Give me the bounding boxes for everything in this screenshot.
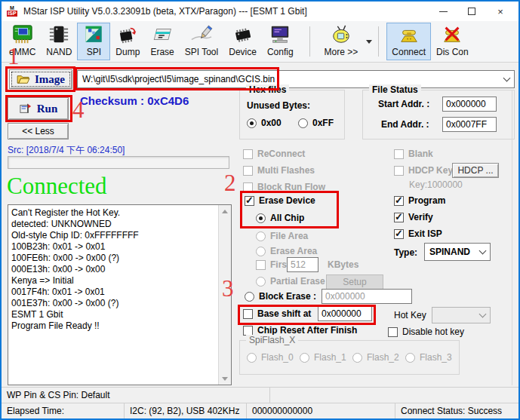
checkbox-disable-hot-key[interactable]: Disable hot key xyxy=(388,326,464,337)
checkbox-block-run-flow[interactable]: Block Run Flow xyxy=(243,182,325,192)
checkbox-erase-device[interactable]: Erase Device xyxy=(245,195,315,206)
spiflash-title: SpiFlash_X xyxy=(246,335,298,345)
base-shift-field[interactable]: 0x000000 xyxy=(318,306,372,321)
checkbox-base-shift[interactable]: Base shift at xyxy=(243,308,311,319)
kbytes-label-row: KBytes xyxy=(328,259,358,270)
tool-discon[interactable]: Dis Con xyxy=(431,23,474,60)
tool-spi-label: SPI xyxy=(87,47,101,57)
hdcp-button[interactable]: HDCP ... xyxy=(452,163,499,178)
tool-config[interactable]: Config xyxy=(262,23,299,60)
end-addr-value: 0x0007FF xyxy=(446,119,487,130)
flash-1-label: Flash_1 xyxy=(314,352,346,363)
end-addr-label: End Addr. : xyxy=(381,119,429,130)
i2c-status: I2C: (92, B2), USB 402KHz xyxy=(125,403,247,418)
radio-erase-area[interactable]: Erase Area xyxy=(256,246,317,256)
log-output[interactable]: Can't Register the Hot Key. detected: UN… xyxy=(8,204,232,385)
checkbox-first[interactable]: First xyxy=(256,259,290,270)
disable-hot-key-label: Disable hot key xyxy=(402,326,464,337)
type-dropdown[interactable]: SPINAND xyxy=(424,243,491,261)
main-panel: Image W:\git\I5\sdk\project\I5\image_spi… xyxy=(2,63,518,387)
tool-emmc[interactable]: eMMC xyxy=(4,23,41,60)
end-addr-field[interactable]: 0x0007FF xyxy=(442,117,497,132)
radio-icon xyxy=(298,118,308,128)
image-button[interactable]: Image xyxy=(9,69,72,89)
setup-button[interactable]: Setup xyxy=(326,274,383,290)
checkbox-program[interactable]: Program xyxy=(394,195,445,206)
tool-spi[interactable]: SPI xyxy=(77,23,110,60)
radio-icon xyxy=(300,353,309,363)
wp-cs-pin-status: WP Pin & CS Pin: Default xyxy=(2,388,270,403)
more-dropdown-button[interactable] xyxy=(363,23,375,60)
chip-reset-label: Chip Reset After Finish xyxy=(257,325,357,336)
start-addr-label: Start Addr. : xyxy=(378,99,429,109)
block-erase-field[interactable]: 0x000000 xyxy=(322,289,412,304)
tool-erase[interactable]: Erase xyxy=(145,23,179,60)
radio-0x00[interactable]: 0x00 xyxy=(247,118,282,128)
radio-flash-0[interactable]: Flash_0 xyxy=(247,352,294,363)
checkbox-chip-reset[interactable]: Chip Reset After Finish xyxy=(243,325,357,336)
maximize-button[interactable] xyxy=(457,2,486,20)
checkbox-multi-flashes[interactable]: Multi Flashes xyxy=(243,165,315,176)
checkbox-icon xyxy=(394,196,404,206)
log-line: 001E37h: 0x00 -> 0x00 (?) xyxy=(11,298,215,309)
erase-area-label: Erase Area xyxy=(270,246,317,256)
radio-icon xyxy=(405,353,415,363)
hot-key-label: Hot Key xyxy=(394,310,426,320)
tool-connect-label: Connect xyxy=(392,47,426,57)
radio-flash-1[interactable]: Flash_1 xyxy=(300,352,346,363)
log-line: Old-style Chip ID: 0xFFFFFFFF xyxy=(11,230,215,241)
run-button[interactable]: Run xyxy=(8,97,69,120)
less-button[interactable]: << Less xyxy=(8,123,69,139)
image-path-combobox[interactable]: W:\git\I5\sdk\project\I5\image_spinand\G… xyxy=(77,70,515,88)
radio-icon xyxy=(256,213,266,223)
log-line: 0017F4h: 0x01 -> 0x01 xyxy=(11,287,215,298)
tool-spi-tool-label: SPI Tool xyxy=(185,47,218,57)
type-label-row: Type: xyxy=(394,247,417,258)
checkbox-icon xyxy=(243,149,253,159)
progress-bar xyxy=(8,156,229,169)
tool-dump[interactable]: Dump xyxy=(110,23,145,60)
radio-icon xyxy=(247,353,257,363)
radio-icon xyxy=(247,118,257,128)
checkbox-icon xyxy=(394,166,404,176)
scroll-down-button[interactable] xyxy=(219,372,232,385)
hot-key-dropdown[interactable] xyxy=(432,307,491,323)
radio-block-erase[interactable]: Block Erase : xyxy=(245,291,316,302)
hdcp-key-value: Key:1000000 xyxy=(409,179,463,190)
checkbox-blank[interactable]: Blank xyxy=(394,149,433,159)
checkbox-icon xyxy=(394,149,404,159)
first-kbytes-value: 512 xyxy=(291,259,306,270)
start-addr-field[interactable]: 0x000000 xyxy=(442,97,497,112)
radio-all-chip[interactable]: All Chip xyxy=(256,213,304,223)
scroll-up-button[interactable] xyxy=(219,205,232,217)
radio-flash-3[interactable]: Flash_3 xyxy=(405,352,452,363)
maximize-icon xyxy=(468,8,475,15)
panel-divider xyxy=(512,90,512,385)
tool-device[interactable]: Device xyxy=(223,23,262,60)
radio-partial-erase[interactable]: Partial Erase xyxy=(256,276,325,287)
checkbox-reconnect[interactable]: ReConnect xyxy=(243,149,305,159)
close-button[interactable]: × xyxy=(486,2,515,20)
tool-connect[interactable]: Connect xyxy=(386,23,431,60)
hex-files-title: Hex files xyxy=(246,84,289,95)
run-icon xyxy=(19,103,32,115)
checkbox-hdcp-key[interactable]: HDCP Key xyxy=(394,165,453,176)
tool-nand[interactable]: NAND xyxy=(41,23,77,60)
radio-flash-2[interactable]: Flash_2 xyxy=(352,352,399,363)
toolbar-separator xyxy=(309,26,310,57)
tool-more[interactable]: More >> xyxy=(319,23,364,60)
log-line: ESMT 1 Gbit xyxy=(11,309,215,320)
log-line: 100B23h: 0x01 -> 0x01 xyxy=(11,241,215,253)
checkbox-exit-isp[interactable]: Exit ISP xyxy=(394,228,442,239)
radio-file-area[interactable]: File Area xyxy=(256,231,308,241)
image-path-value: W:\git\I5\sdk\project\I5\image_spinand\G… xyxy=(82,74,504,84)
close-icon: × xyxy=(497,6,503,17)
minimize-button[interactable] xyxy=(429,2,457,20)
radio-0xff[interactable]: 0xFF xyxy=(298,118,334,128)
checkbox-verify[interactable]: Verify xyxy=(394,212,433,222)
tool-spi-tool[interactable]: SPI Tool xyxy=(180,23,223,60)
first-kbytes-field[interactable]: 512 xyxy=(287,257,318,272)
log-lines: Can't Register the Hot Key. detected: UN… xyxy=(8,205,218,385)
log-line: Can't Register the Hot Key. xyxy=(11,207,215,219)
log-scrollbar[interactable] xyxy=(218,205,231,385)
